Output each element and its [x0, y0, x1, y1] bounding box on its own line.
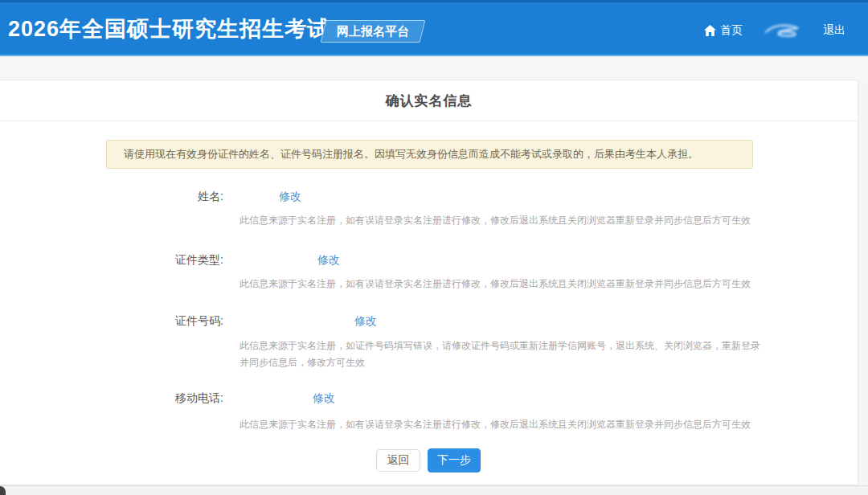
- content-card: 确认实名信息 请使用现在有效身份证件的姓名、证件号码注册报名。因填写无效身份信息…: [0, 80, 858, 485]
- next-step-button[interactable]: 下一步: [428, 448, 481, 472]
- username-redacted-scribble: [764, 22, 802, 39]
- header-nav: 首页 退出: [704, 2, 845, 59]
- footer-strip: [0, 485, 868, 495]
- platform-badge-label: 网上报名平台: [337, 21, 409, 42]
- header-bar: 2026年全国硕士研究生招生考试 网上报名平台 首页 退出: [0, 0, 868, 56]
- notice-banner: 请使用现在有效身份证件的姓名、证件号码注册报名。因填写无效身份信息而造成不能考试…: [106, 140, 753, 169]
- nav-home[interactable]: 首页: [704, 23, 743, 38]
- notice-text: 请使用现在有效身份证件的姓名、证件号码注册报名。因填写无效身份信息而造成不能考试…: [124, 147, 698, 162]
- nav-logout[interactable]: 退出: [823, 23, 845, 38]
- page-background-strip: [0, 60, 868, 80]
- title-bar: 确认实名信息: [0, 80, 858, 121]
- field-help-name: 此信息来源于实名注册，如有误请登录实名注册进行修改，修改后退出系统且关闭浏览器重…: [240, 212, 751, 229]
- modify-mobile-link[interactable]: 修改: [313, 391, 335, 406]
- modify-name-link[interactable]: 修改: [279, 190, 301, 204]
- back-button[interactable]: 返回: [376, 449, 420, 472]
- registration-page: 2026年全国硕士研究生招生考试 网上报名平台 首页 退出: [0, 0, 868, 495]
- page-title: 确认实名信息: [386, 92, 473, 110]
- field-help-id-type: 此信息来源于实名注册，如有误请登录实名注册进行修改，修改后退出系统且关闭浏览器重…: [240, 276, 751, 292]
- site-title: 2026年全国硕士研究生招生考试: [8, 14, 330, 43]
- nav-home-label: 首页: [720, 23, 743, 38]
- field-help-mobile: 此信息来源于实名注册，如有误请登录实名注册进行修改，修改后退出系统且关闭浏览器重…: [240, 416, 751, 433]
- home-icon: [704, 25, 716, 36]
- field-help-id-number: 此信息来源于实名注册，如证件号码填写错误，请修改证件号码或重新注册学信网账号，退…: [240, 338, 760, 371]
- field-label-mobile: 移动电话:: [63, 391, 223, 406]
- modify-id-number-link[interactable]: 修改: [354, 314, 377, 329]
- field-label-id-number: 证件号码:: [63, 314, 223, 329]
- platform-badge: 网上报名平台: [321, 20, 426, 43]
- field-label-name: 姓名:: [63, 190, 223, 204]
- field-label-id-type: 证件类型:: [63, 253, 223, 268]
- nav-logout-label: 退出: [823, 23, 845, 38]
- modify-id-type-link[interactable]: 修改: [317, 253, 340, 268]
- username-link[interactable]: [764, 22, 802, 39]
